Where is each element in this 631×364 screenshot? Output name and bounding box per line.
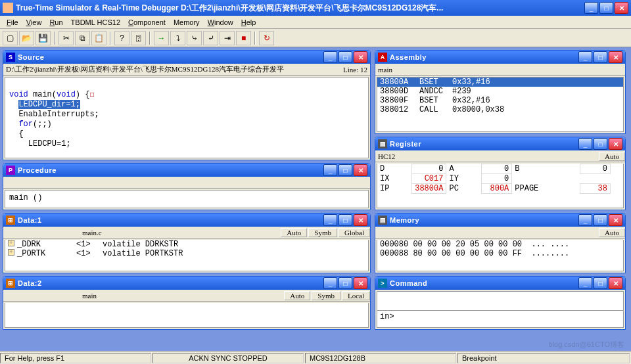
- data1-title: Data:1: [18, 216, 323, 224]
- halt-button[interactable]: ■: [236, 31, 251, 45]
- menu-memory[interactable]: Memory: [170, 17, 204, 28]
- help-button[interactable]: ?: [114, 31, 129, 45]
- source-titlebar[interactable]: S Source _ □ ✕: [3, 51, 370, 64]
- mem-auto[interactable]: Auto: [599, 228, 625, 237]
- asm-line[interactable]: 38800DANDCC#239: [377, 87, 623, 96]
- procedure-titlebar[interactable]: P Procedure _□✕: [3, 164, 370, 177]
- data1-titlebar[interactable]: ⊞ Data:1 _□✕: [3, 214, 370, 227]
- data2-window[interactable]: ⊞ Data:2 _□✕ main Auto Symb Local: [3, 276, 371, 330]
- cmd-min[interactable]: _: [578, 277, 592, 289]
- step-out-button[interactable]: ⤶: [203, 31, 218, 45]
- asm-line[interactable]: 38800ABSET0x33,#16: [377, 78, 623, 87]
- menu-component[interactable]: Component: [124, 17, 170, 28]
- step-into-button[interactable]: ⤷: [187, 31, 202, 45]
- asm-min[interactable]: _: [578, 51, 592, 63]
- register-titlebar[interactable]: ▤ Register _□✕: [375, 137, 625, 150]
- data1-window[interactable]: ⊞ Data:1 _□✕ main.c Auto Symb Global +_D…: [3, 213, 371, 273]
- memory-window[interactable]: ▤ Memory _□✕ Auto 000080 00 00 00 20 05 …: [375, 213, 626, 273]
- command-body[interactable]: in>: [377, 291, 624, 328]
- copy-button[interactable]: ⧉: [75, 31, 90, 45]
- menu-view[interactable]: View: [22, 17, 46, 28]
- data2-body[interactable]: [5, 303, 369, 328]
- reg-min[interactable]: _: [578, 138, 592, 150]
- asm-line[interactable]: 388012CALL0x8000,0x38: [377, 105, 623, 114]
- cut-button[interactable]: ✂: [58, 31, 74, 45]
- new-button[interactable]: ▢: [3, 31, 18, 45]
- command-window[interactable]: > Command _□✕ in>: [375, 276, 626, 330]
- proc-item[interactable]: main (): [9, 193, 42, 202]
- cmd-max[interactable]: □: [594, 277, 607, 289]
- procedure-infobar: [3, 177, 370, 189]
- assembly-window[interactable]: A Assembly _□✕ main 38800ABSET0x33,#16 3…: [375, 50, 626, 134]
- mem-min[interactable]: _: [578, 214, 592, 226]
- source-min[interactable]: _: [323, 51, 337, 63]
- memory-titlebar[interactable]: ▤ Memory _□✕: [375, 214, 625, 227]
- proc-close[interactable]: ✕: [354, 164, 367, 176]
- data2-max[interactable]: □: [339, 277, 352, 289]
- data2-titlebar[interactable]: ⊞ Data:2 _□✕: [3, 277, 370, 290]
- context-help-button[interactable]: ⍰: [131, 31, 146, 45]
- menu-file[interactable]: File: [3, 17, 22, 28]
- data1-max[interactable]: □: [339, 214, 352, 226]
- source-body[interactable]: void main(void) {☐ LEDCPU_dir=1; EnableI…: [5, 77, 369, 158]
- source-window[interactable]: S Source _ □ ✕ D:\工作2\jianzhi\开发板\网店资料\开…: [3, 50, 371, 160]
- reset-button[interactable]: ↻: [259, 31, 274, 45]
- assembly-title: Assembly: [390, 53, 578, 61]
- reg-max[interactable]: □: [594, 138, 607, 150]
- memory-body[interactable]: 000080 00 00 00 20 05 00 00 00 ... .... …: [377, 240, 624, 271]
- reg-close[interactable]: ✕: [609, 138, 622, 150]
- command-titlebar[interactable]: > Command _□✕: [375, 277, 625, 290]
- data2-min[interactable]: _: [323, 277, 337, 289]
- menu-run[interactable]: Run: [45, 17, 66, 28]
- data1-global[interactable]: Global: [339, 228, 370, 237]
- paste-button[interactable]: 📋: [91, 31, 106, 45]
- memory-header: Auto: [375, 227, 625, 239]
- mem-row[interactable]: 000080 00 00 00 20 05 00 00 00 ... ....: [377, 240, 623, 249]
- source-close[interactable]: ✕: [354, 51, 367, 63]
- close-button[interactable]: ✕: [615, 2, 628, 14]
- data-row[interactable]: +_DDRK<1>volatile DDRKSTR: [5, 240, 368, 249]
- minimize-button[interactable]: _: [584, 2, 598, 14]
- open-button[interactable]: 📂: [19, 31, 34, 45]
- data1-close[interactable]: ✕: [354, 214, 367, 226]
- data2-close[interactable]: ✕: [354, 277, 367, 289]
- proc-min[interactable]: _: [323, 164, 337, 176]
- data1-auto[interactable]: Auto: [281, 228, 307, 237]
- menu-tbdml[interactable]: TBDML HCS12: [67, 17, 124, 28]
- assembly-body[interactable]: 38800ABSET0x33,#16 38800DANDCC#239 38800…: [377, 77, 624, 132]
- register-body[interactable]: D0A0B0 IXC017IY0 IP38800APC800APPAGE38: [377, 164, 624, 208]
- mem-close[interactable]: ✕: [609, 214, 622, 226]
- current-line[interactable]: LEDCPU_dir=1;: [18, 100, 80, 109]
- source-infobar: D:\工作2\jianzhi\开发板\网店资料\开发平台\飞思卡尔MC9S12D…: [3, 64, 370, 76]
- data-row[interactable]: +_PORTK<1>volatile PORTKSTR: [5, 249, 368, 258]
- data2-symb[interactable]: Symb: [312, 291, 340, 300]
- data1-symb[interactable]: Symb: [308, 228, 337, 237]
- reg-auto[interactable]: Auto: [599, 152, 625, 161]
- menu-help[interactable]: Help: [237, 17, 260, 28]
- mem-max[interactable]: □: [594, 214, 607, 226]
- proc-max[interactable]: □: [339, 164, 352, 176]
- command-input[interactable]: in>: [377, 310, 623, 323]
- cmd-close[interactable]: ✕: [609, 277, 622, 289]
- asm-line[interactable]: 38800FBSET0x32,#16: [377, 96, 623, 105]
- step-over-button[interactable]: ⤵: [170, 31, 185, 45]
- procedure-window[interactable]: P Procedure _□✕ main (): [3, 163, 371, 210]
- asm-close[interactable]: ✕: [609, 51, 622, 63]
- source-max[interactable]: □: [339, 51, 352, 63]
- run-button[interactable]: →: [154, 31, 169, 45]
- data2-auto[interactable]: Auto: [284, 291, 310, 300]
- expand-icon[interactable]: +: [8, 249, 14, 256]
- menu-window[interactable]: Window: [204, 17, 237, 28]
- data1-body[interactable]: +_DDRK<1>volatile DDRKSTR +_PORTK<1>vola…: [5, 240, 369, 271]
- step-asm-button[interactable]: ⇥: [220, 31, 235, 45]
- maximize-button[interactable]: □: [599, 2, 613, 14]
- data1-min[interactable]: _: [323, 214, 337, 226]
- expand-icon[interactable]: +: [8, 240, 14, 246]
- register-window[interactable]: ▤ Register _□✕ HC12 Auto D0A0B0 IXC017IY…: [375, 137, 626, 210]
- data2-local[interactable]: Local: [342, 291, 370, 300]
- assembly-titlebar[interactable]: A Assembly _□✕: [375, 51, 625, 64]
- procedure-body[interactable]: main (): [5, 190, 369, 208]
- save-button[interactable]: 💾: [35, 31, 51, 45]
- mem-row[interactable]: 000088 80 00 00 00 00 00 00 FF ........: [377, 249, 623, 258]
- asm-max[interactable]: □: [594, 51, 607, 63]
